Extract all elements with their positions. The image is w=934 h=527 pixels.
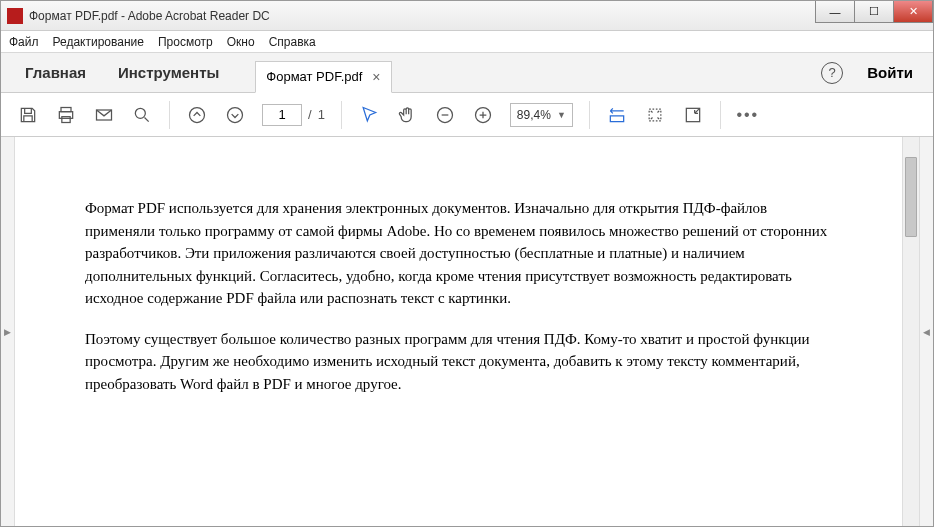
chevron-right-icon: ▶ <box>4 327 11 337</box>
scrollbar-thumb[interactable] <box>905 157 917 237</box>
print-icon[interactable] <box>55 104 77 126</box>
minimize-button[interactable]: — <box>815 1 855 23</box>
menu-edit[interactable]: Редактирование <box>53 35 144 49</box>
svg-point-5 <box>190 107 205 122</box>
chevron-down-icon: ▼ <box>557 110 566 120</box>
close-button[interactable]: ✕ <box>893 1 933 23</box>
tab-document[interactable]: Формат PDF.pdf × <box>255 61 391 93</box>
toolbar: / 1 89,4% ▼ ••• <box>1 93 933 137</box>
login-button[interactable]: Войти <box>855 64 925 81</box>
page-down-icon[interactable] <box>224 104 246 126</box>
content-area: ▶ Формат PDF используется для хранения э… <box>1 137 933 526</box>
save-icon[interactable] <box>17 104 39 126</box>
svg-rect-2 <box>62 116 70 122</box>
menubar: Файл Редактирование Просмотр Окно Справк… <box>1 31 933 53</box>
document-viewport[interactable]: Формат PDF используется для хранения эле… <box>15 137 902 526</box>
page-up-icon[interactable] <box>186 104 208 126</box>
search-icon[interactable] <box>131 104 153 126</box>
chevron-left-icon: ◀ <box>923 327 930 337</box>
menu-view[interactable]: Просмотр <box>158 35 213 49</box>
paragraph-2: Поэтому существует большое количество ра… <box>85 328 832 396</box>
tab-document-label: Формат PDF.pdf <box>266 69 362 84</box>
fit-width-icon[interactable] <box>606 104 628 126</box>
fullscreen-icon[interactable] <box>682 104 704 126</box>
menu-file[interactable]: Файл <box>9 35 39 49</box>
document-page: Формат PDF используется для хранения эле… <box>15 147 902 443</box>
tabbar: Главная Инструменты Формат PDF.pdf × ? В… <box>1 53 933 93</box>
select-tool-icon[interactable] <box>358 104 380 126</box>
titlebar: Формат PDF.pdf - Adobe Acrobat Reader DC… <box>1 1 933 31</box>
app-icon <box>7 8 23 24</box>
zoom-value: 89,4% <box>517 108 551 122</box>
vertical-scrollbar[interactable] <box>902 137 919 526</box>
zoom-select[interactable]: 89,4% ▼ <box>510 103 573 127</box>
hand-tool-icon[interactable] <box>396 104 418 126</box>
more-tools-icon[interactable]: ••• <box>737 104 759 126</box>
page-total: 1 <box>318 107 325 122</box>
help-button[interactable]: ? <box>821 62 843 84</box>
app-window: Формат PDF.pdf - Adobe Acrobat Reader DC… <box>0 0 934 527</box>
paragraph-1: Формат PDF используется для хранения эле… <box>85 197 832 310</box>
tab-home[interactable]: Главная <box>9 53 102 92</box>
window-title: Формат PDF.pdf - Adobe Acrobat Reader DC <box>29 9 270 23</box>
right-panel-toggle[interactable]: ◀ <box>919 137 933 526</box>
page-sep: / <box>308 107 312 122</box>
menu-help[interactable]: Справка <box>269 35 316 49</box>
email-icon[interactable] <box>93 104 115 126</box>
zoom-in-icon[interactable] <box>472 104 494 126</box>
svg-point-4 <box>135 108 145 118</box>
svg-rect-0 <box>61 107 71 111</box>
tab-tools[interactable]: Инструменты <box>102 53 235 92</box>
menu-window[interactable]: Окно <box>227 35 255 49</box>
page-current-input[interactable] <box>262 104 302 126</box>
left-panel-toggle[interactable]: ▶ <box>1 137 15 526</box>
maximize-button[interactable]: ☐ <box>854 1 894 23</box>
fit-page-icon[interactable] <box>644 104 666 126</box>
svg-point-6 <box>228 107 243 122</box>
zoom-out-icon[interactable] <box>434 104 456 126</box>
page-indicator: / 1 <box>262 104 325 126</box>
tab-close-icon[interactable]: × <box>372 69 380 85</box>
